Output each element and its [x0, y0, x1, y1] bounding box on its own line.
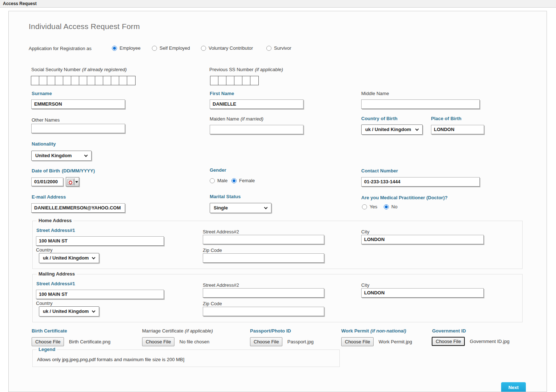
radio-voluntary-contributor-label: Voluntary Contributor [209, 45, 253, 51]
top-bar: Access Request [0, 0, 556, 8]
contact-number-field[interactable]: 01-233-133-1444 [361, 177, 480, 187]
ssn-digit-cell [39, 76, 47, 85]
country-of-birth-label: Country of Birth [361, 116, 398, 121]
ssn-input[interactable] [31, 76, 136, 85]
radio-female-label: Female [239, 178, 255, 183]
ssn-digit-cell [218, 76, 226, 85]
radio-no-icon [384, 204, 389, 209]
ssn-digit-cell [250, 76, 258, 85]
government-id-file-name: Government ID.jpg [470, 339, 509, 344]
mailing-address-legend: Mailing Address [37, 271, 77, 277]
home-address-legend: Home Address [37, 218, 73, 223]
birth-certificate-upload: Choose File Birth Certificate.png [32, 337, 110, 346]
radio-voluntary-contributor[interactable]: Voluntary Contributor [201, 45, 253, 51]
mailing-city-field[interactable]: LONDON [361, 288, 484, 298]
surname-label: Surname [32, 91, 52, 96]
ssn-digit-cell [63, 76, 71, 85]
ssn-digit-cell [71, 76, 79, 85]
place-of-birth-label: Place of Birth [431, 116, 462, 121]
work-permit-choose-file-button[interactable]: Choose File [341, 337, 374, 346]
radio-survivor-label: Survivor [274, 45, 291, 51]
surname-field[interactable]: EMMERSON [31, 99, 125, 109]
middle-name-label: Middle Name [361, 91, 389, 96]
home-zip-label: Zip Code [203, 248, 222, 253]
first-name-field[interactable]: DANIELLE [210, 99, 303, 109]
work-permit-file-name: Work Permit.jpg [379, 339, 412, 344]
radio-employee-icon [112, 46, 117, 51]
email-field[interactable]: DANIELLE.EMMERSON@YAHOO.COM [31, 203, 125, 213]
ssn-digit-cell [31, 76, 39, 85]
first-name-label: First Name [210, 91, 234, 96]
mailing-country-select[interactable]: uk / United Kingdom [39, 306, 99, 317]
radio-self-employed-label: Self Employed [160, 45, 190, 51]
home-street2-label: Street Address#2 [203, 229, 239, 234]
chevron-down-icon [264, 206, 268, 209]
ssn-digit-cell [47, 76, 55, 85]
radio-employee[interactable]: Employee [112, 45, 141, 51]
country-of-birth-select[interactable]: uk / United Kingdom [361, 124, 423, 135]
home-city-field[interactable]: LONDON [361, 235, 484, 244]
date-picker-button[interactable] [66, 177, 79, 187]
marriage-certificate-label: Marriage Certificate(if applicable) [142, 328, 213, 334]
home-street2-field[interactable] [203, 235, 324, 244]
home-city-label: City [361, 229, 369, 234]
marriage-certificate-file-name: No file chosen [180, 339, 209, 344]
home-country-select[interactable]: uk / United Kingdom [39, 253, 99, 263]
place-of-birth-field[interactable]: LONDON [431, 125, 484, 134]
radio-survivor[interactable]: Survivor [266, 45, 291, 51]
other-names-label: Other Names [32, 117, 60, 123]
dob-label: Date of Birth(DD/MM/YYYY) [32, 168, 95, 173]
radio-female[interactable]: Female [231, 178, 255, 183]
ssn-digit-cell [55, 76, 63, 85]
radio-male-label: Male [217, 178, 227, 183]
mailing-street2-field[interactable] [203, 288, 324, 298]
passport-label: Passport/Photo ID [250, 328, 291, 334]
birth-certificate-label: Birth Certificate [32, 328, 67, 334]
radio-voluntary-contributor-icon [201, 46, 206, 51]
mailing-zip-field[interactable] [203, 307, 324, 316]
breadcrumb: Access Request [3, 1, 37, 6]
mailing-street1-field[interactable]: 100 MAIN ST [36, 290, 164, 299]
home-street1-label: Street Address#1 [36, 228, 75, 233]
birth-certificate-choose-file-button[interactable]: Choose File [32, 337, 64, 346]
ssn-digit-cell [95, 76, 103, 85]
ssn-digit-cell [111, 76, 119, 85]
government-id-label: Government ID [432, 328, 466, 334]
nationality-label: Nationality [32, 141, 56, 147]
medical-practitioner-label: Are you Medical Practitioner (Doctor)? [361, 195, 448, 200]
radio-medical-no[interactable]: No [384, 204, 398, 209]
prev-ssn-input[interactable] [210, 76, 259, 85]
home-street1-field[interactable]: 100 MAIN ST [36, 236, 164, 246]
maiden-name-field[interactable] [210, 125, 303, 134]
registration-label: Application for Registration as [29, 46, 92, 51]
dob-field[interactable]: 01/01/2000 [31, 177, 63, 186]
birth-certificate-file-name: Birth Certificate.png [69, 339, 110, 344]
ssn-digit-cell [127, 76, 135, 85]
middle-name-field[interactable] [361, 99, 480, 109]
form-card: Individual Access Request Form Applicati… [8, 11, 547, 392]
legend-title: Legend [37, 347, 57, 352]
chevron-down-icon [92, 309, 96, 313]
mailing-city-label: City [361, 282, 369, 288]
marital-status-select[interactable]: Single [210, 203, 271, 213]
radio-medical-yes[interactable]: Yes [362, 204, 377, 209]
radio-female-icon [231, 178, 237, 183]
mailing-street2-label: Street Address#2 [203, 282, 239, 288]
other-names-field[interactable] [31, 124, 125, 133]
radio-male[interactable]: Male [210, 178, 227, 183]
ssn-digit-cell [242, 76, 250, 85]
radio-self-employed[interactable]: Self Employed [152, 45, 190, 51]
marriage-certificate-choose-file-button[interactable]: Choose File [142, 337, 174, 346]
government-id-choose-file-button[interactable]: Choose File [432, 337, 465, 346]
gender-label: Gender [210, 167, 226, 173]
chevron-down-icon [415, 127, 419, 131]
next-button[interactable]: Next [501, 382, 526, 392]
radio-no-label: No [391, 204, 398, 209]
ssn-digit-cell [234, 76, 242, 85]
nationality-select[interactable]: United Kingdom [31, 151, 92, 161]
prev-ssn-label: Previous SS Number(if applicable) [209, 67, 283, 72]
home-zip-field[interactable] [203, 253, 324, 263]
chevron-down-icon [92, 256, 96, 260]
passport-choose-file-button[interactable]: Choose File [250, 337, 282, 346]
ssn-digit-cell [103, 76, 111, 85]
